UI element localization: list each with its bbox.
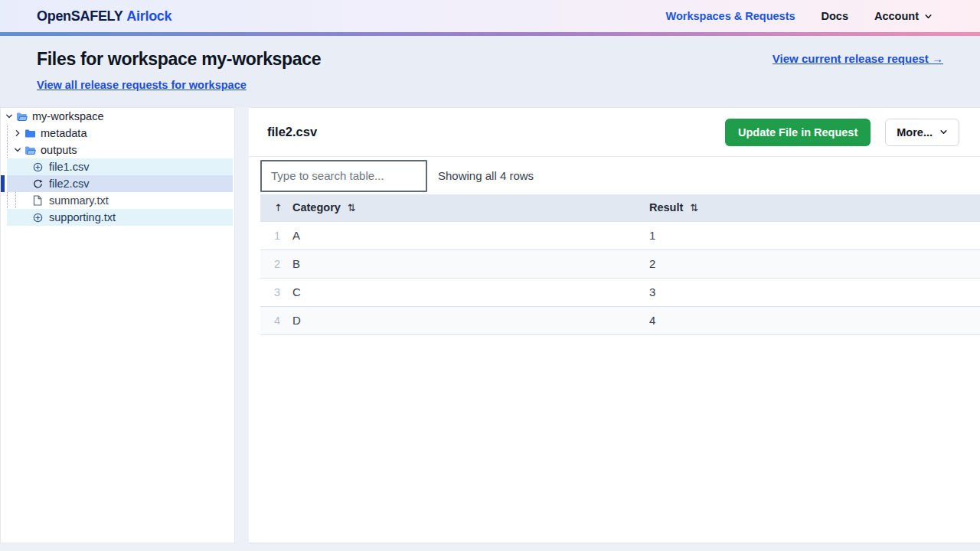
circle-plus-icon	[33, 213, 45, 223]
tree-item-label: summary.txt	[49, 194, 109, 207]
refresh-icon	[33, 179, 45, 189]
brand-opensafely: OpenSAFELY	[37, 8, 122, 24]
category-cell: B	[292, 249, 649, 278]
folder-open-icon	[16, 112, 28, 122]
file-name-title: file2.csv	[267, 125, 725, 139]
file-preview-panel: file2.csv Update File in Request More...…	[249, 107, 980, 543]
chevron-down-icon	[939, 126, 948, 139]
table-row: 3 C 3	[260, 278, 980, 306]
all-release-requests-link[interactable]: View all release requests for workspace	[37, 79, 247, 91]
result-cell: 3	[649, 278, 980, 306]
table-row: 2 B 2	[260, 249, 980, 278]
row-number-cell: 3	[260, 278, 292, 306]
chevron-down-icon[interactable]	[12, 146, 22, 154]
tree-item-supporting-txt[interactable]: supporting.txt	[7, 209, 233, 226]
table-toolbar: Showing all 4 rows	[249, 157, 980, 194]
folder-open-icon	[24, 145, 37, 155]
result-cell: 2	[649, 249, 980, 278]
result-cell: 1	[649, 221, 980, 249]
chevron-down-icon[interactable]	[4, 112, 14, 120]
tree-item-metadata[interactable]: metadata	[1, 125, 234, 142]
nav-account-label: Account	[874, 10, 919, 22]
folder-closed-icon	[24, 129, 37, 139]
table-row: 4 D 4	[260, 306, 980, 334]
update-file-in-request-button[interactable]: Update File in Request	[725, 119, 871, 146]
nav-workspaces-requests[interactable]: Workspaces & Requests	[666, 10, 795, 22]
category-cell: A	[292, 221, 649, 249]
sort-toggle-icon: ⇅	[690, 202, 698, 214]
top-nav: Workspaces & Requests Docs Account	[666, 10, 933, 22]
row-number-cell: 4	[260, 306, 292, 334]
tree-item-label: supporting.txt	[49, 211, 116, 223]
table-search-input[interactable]	[260, 160, 427, 192]
tree-item-file1-csv[interactable]: file1.csv	[7, 158, 233, 175]
tree-item-my-workspace[interactable]: my-workspace	[1, 108, 234, 125]
tree-item-label: outputs	[41, 144, 77, 156]
tree-item-label: file1.csv	[49, 161, 89, 173]
chevron-right-icon[interactable]	[12, 129, 22, 137]
workspace-title-section: Files for workspace my-workspace View al…	[0, 36, 980, 107]
sort-ascending-icon: ↑	[274, 202, 283, 214]
category-cell: C	[292, 278, 649, 306]
sort-toggle-icon: ⇅	[348, 202, 356, 214]
more-button-label: More...	[897, 126, 933, 139]
tree-item-label: metadata	[41, 127, 87, 139]
row-number-cell: 1	[260, 221, 292, 249]
circle-plus-icon	[33, 162, 45, 172]
file-panel-header: file2.csv Update File in Request More...	[249, 108, 980, 157]
current-release-request-link[interactable]: View current release request →	[773, 52, 943, 65]
chevron-down-icon	[924, 12, 933, 21]
result-cell: 4	[649, 306, 980, 334]
tree-item-file2-csv[interactable]: file2.csv	[7, 175, 233, 192]
category-cell: D	[292, 306, 649, 334]
column-header-result[interactable]: Result⇅	[649, 194, 980, 221]
tree-item-summary-txt[interactable]: summary.txt	[1, 192, 234, 209]
rows-count-status: Showing all 4 rows	[438, 169, 534, 182]
tree-item-label: my-workspace	[32, 110, 103, 122]
app-header: OpenSAFELYAirlock Workspaces & Requests …	[0, 0, 980, 32]
brand-airlock: Airlock	[126, 8, 172, 24]
tree-item-outputs[interactable]: outputs	[1, 142, 234, 158]
table-header-row: ↑ Category⇅ Result⇅	[260, 194, 980, 221]
column-header-category[interactable]: Category⇅	[292, 194, 649, 221]
app-logo[interactable]: OpenSAFELYAirlock	[37, 8, 172, 24]
csv-preview-table: ↑ Category⇅ Result⇅ 1 A 1 2 B 2 3 C 3	[260, 194, 980, 335]
document-icon	[33, 195, 45, 206]
row-number-sort-header[interactable]: ↑	[260, 194, 292, 221]
table-row: 1 A 1	[260, 221, 980, 249]
file-tree-sidebar: my-workspace metadata outputs file1.csv …	[0, 107, 235, 543]
nav-docs[interactable]: Docs	[822, 10, 848, 22]
tree-item-label: file2.csv	[49, 178, 89, 190]
more-actions-button[interactable]: More...	[885, 119, 959, 146]
nav-account-menu[interactable]: Account	[874, 10, 933, 22]
row-number-cell: 2	[260, 249, 292, 278]
